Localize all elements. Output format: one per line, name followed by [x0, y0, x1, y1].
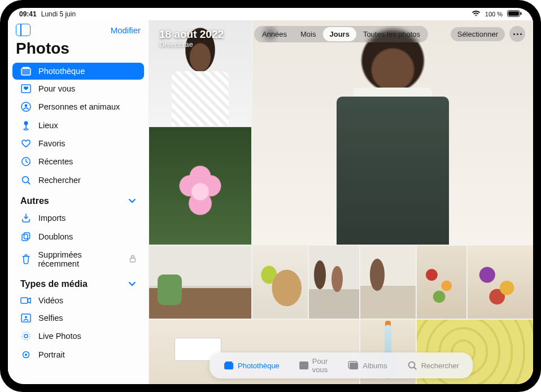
- svg-rect-15: [21, 298, 28, 303]
- photo-thumbnail[interactable]: [468, 246, 533, 319]
- heart-icon: [20, 139, 32, 148]
- svg-rect-25: [224, 363, 233, 369]
- sidebar-item-portrait[interactable]: Portrait: [12, 346, 144, 364]
- tab-search[interactable]: Rechercher: [407, 357, 459, 374]
- sidebar-item-imports[interactable]: Imports: [12, 209, 144, 227]
- app-body: Modifier Photos Photothèque Pour: [8, 20, 533, 384]
- portrait-icon: [20, 350, 32, 360]
- segment-all[interactable]: Toutes les photos: [356, 27, 427, 41]
- foryou-icon: [299, 361, 309, 370]
- date-header[interactable]: 18 août 2022 Greenbrae: [159, 28, 224, 49]
- sidebar-nav[interactable]: Photothèque Pour vous Personnes et anima…: [8, 62, 149, 384]
- chevron-down-icon: [128, 279, 136, 289]
- photo-thumbnail[interactable]: [309, 246, 359, 319]
- svg-point-18: [24, 334, 28, 338]
- tab-label: Albums: [363, 361, 387, 370]
- sidebar-item-selfies[interactable]: Selfies: [12, 310, 144, 326]
- sidebar-item-label: Photothèque: [38, 67, 85, 76]
- sidebar-title: Photos: [8, 37, 149, 62]
- sidebar-item-label: Pour vous: [38, 84, 75, 93]
- chevron-down-icon: [128, 196, 136, 206]
- sidebar-item-label: Vidéos: [38, 296, 63, 305]
- tab-foryou[interactable]: Pour vous: [299, 357, 329, 374]
- sidebar-item-label: Live Photos: [38, 332, 81, 341]
- more-button[interactable]: [509, 26, 525, 42]
- tab-label: Photothèque: [238, 361, 280, 370]
- selfie-icon: [20, 313, 32, 323]
- battery-icon: [507, 10, 522, 19]
- sidebar-item-places[interactable]: Lieux: [12, 116, 144, 134]
- library-icon: [20, 67, 32, 76]
- sidebar-item-library[interactable]: Photothèque: [12, 63, 144, 80]
- day-location: Greenbrae: [159, 41, 224, 49]
- sidebar-item-search[interactable]: Rechercher: [12, 171, 144, 189]
- sidebar-section-media[interactable]: Types de média: [12, 275, 144, 291]
- edit-button[interactable]: Modifier: [111, 25, 141, 35]
- lock-icon: [129, 255, 136, 264]
- screen: 09:41 Lundi 5 juin 100 % Modifier: [8, 8, 533, 384]
- sidebar-item-label: Personnes et animaux: [38, 102, 120, 111]
- sidebar-item-label: Portrait: [38, 350, 65, 359]
- segment-years[interactable]: Années: [255, 27, 294, 41]
- svg-point-9: [24, 129, 28, 130]
- photo-thumbnail[interactable]: [252, 20, 533, 245]
- view-segmented-control[interactable]: Années Mois Jours Toutes les photos: [254, 26, 428, 42]
- status-date: Lundi 5 juin: [41, 10, 76, 18]
- status-time: 09:41: [19, 10, 37, 18]
- segment-days[interactable]: Jours: [322, 27, 356, 41]
- photo-thumbnail[interactable]: [149, 246, 251, 319]
- svg-rect-1: [508, 11, 519, 16]
- svg-point-17: [25, 316, 27, 319]
- svg-rect-4: [23, 67, 29, 68]
- trash-icon: [20, 254, 31, 264]
- tab-albums[interactable]: Albums: [348, 357, 387, 374]
- video-icon: [20, 297, 32, 304]
- sidebar-toggle-icon[interactable]: [16, 24, 30, 36]
- search-icon: [407, 361, 418, 370]
- sidebar-item-label: Rechercher: [38, 176, 81, 185]
- sidebar-item-favorites[interactable]: Favoris: [12, 135, 144, 152]
- svg-rect-2: [521, 12, 522, 15]
- svg-point-19: [22, 332, 30, 340]
- duplicates-icon: [20, 232, 32, 242]
- photo-thumbnail[interactable]: [360, 246, 416, 319]
- sidebar-item-label: Doublons: [38, 232, 73, 241]
- sidebar-item-duplicates[interactable]: Doublons: [12, 228, 144, 246]
- svg-point-7: [25, 104, 28, 107]
- sidebar-item-label: Récentes: [38, 157, 73, 166]
- sidebar-item-label: Supprimées récemment: [38, 250, 123, 268]
- sidebar-item-videos[interactable]: Vidéos: [12, 292, 144, 309]
- photo-thumbnail[interactable]: [417, 246, 467, 319]
- tab-bar: Photothèque Pour vous Albums: [210, 352, 473, 378]
- sidebar-item-recents[interactable]: Récentes: [12, 153, 144, 171]
- ipad-frame: 09:41 Lundi 5 juin 100 % Modifier: [0, 0, 541, 392]
- photo-thumbnail[interactable]: [149, 127, 251, 245]
- sidebar-item-livephotos[interactable]: Live Photos: [12, 327, 144, 345]
- sidebar-item-deleted[interactable]: Supprimées récemment: [12, 246, 144, 272]
- search-icon: [20, 175, 32, 185]
- svg-rect-13: [24, 233, 30, 239]
- library-icon: [223, 361, 234, 370]
- sidebar-item-label: Selfies: [38, 313, 63, 323]
- sidebar-item-foryou[interactable]: Pour vous: [12, 80, 144, 97]
- svg-rect-12: [22, 234, 28, 241]
- pin-icon: [20, 120, 32, 130]
- svg-point-21: [25, 354, 27, 356]
- photo-thumbnail[interactable]: [252, 246, 308, 319]
- svg-rect-26: [225, 361, 232, 363]
- wifi-icon: [472, 10, 481, 19]
- select-button[interactable]: Sélectionner: [451, 27, 505, 41]
- foryou-icon: [20, 84, 32, 93]
- sidebar-item-people[interactable]: Personnes et animaux: [12, 98, 144, 116]
- photo-grid[interactable]: [149, 20, 533, 384]
- sidebar-item-label: Imports: [38, 214, 66, 223]
- svg-point-8: [24, 121, 28, 125]
- segment-months[interactable]: Mois: [294, 27, 322, 41]
- sidebar-section-other[interactable]: Autres: [12, 191, 144, 208]
- svg-rect-3: [21, 68, 30, 75]
- albums-icon: [348, 361, 359, 370]
- sidebar: Modifier Photos Photothèque Pour: [8, 20, 149, 384]
- day-date: 18 août 2022: [159, 28, 224, 41]
- tab-library[interactable]: Photothèque: [223, 357, 280, 374]
- tab-label: Rechercher: [421, 361, 459, 370]
